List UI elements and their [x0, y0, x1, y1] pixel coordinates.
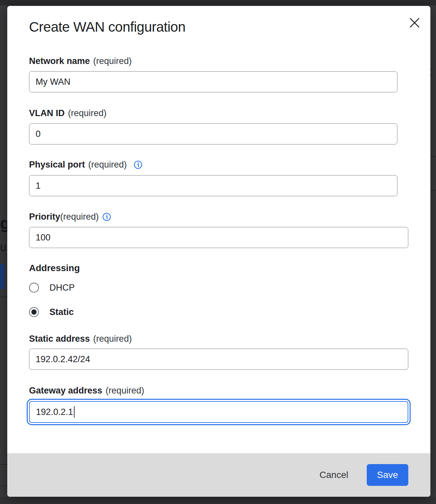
background-button-fragment	[0, 264, 5, 289]
background-divider	[430, 156, 436, 157]
background-divider	[0, 297, 7, 297]
physical-port-label: Physical port (required)	[29, 159, 142, 170]
required-hint: (required)	[93, 334, 132, 344]
input-value: 1	[36, 181, 41, 191]
field-label-text: Network name	[29, 56, 90, 66]
addressing-option-dhcp[interactable]: DHCP	[29, 282, 75, 293]
input-value: 100	[36, 233, 50, 243]
physical-port-input[interactable]: 1	[29, 175, 397, 196]
create-wan-dialog: Create WAN configuration Network name (r…	[7, 6, 430, 497]
field-label-text: Priority	[29, 212, 60, 222]
network-name-input[interactable]: My WAN	[29, 71, 397, 92]
dialog-title: Create WAN configuration	[29, 19, 185, 35]
radio-unselected-icon[interactable]	[29, 283, 39, 293]
vlan-id-label: VLAN ID (required)	[29, 108, 107, 119]
addressing-heading: Addressing	[29, 263, 80, 273]
background-top-bar	[0, 0, 436, 5]
field-label-text: VLAN ID	[29, 108, 65, 118]
required-hint: (required)	[93, 56, 132, 66]
required-hint: (required)	[88, 160, 127, 170]
input-value: 0	[36, 129, 41, 139]
field-label-text: Physical port	[29, 160, 85, 170]
field-label-text: Static address	[29, 334, 90, 344]
required-hint: (required)	[106, 386, 144, 396]
static-address-input[interactable]: 192.0.2.42/24	[29, 349, 408, 370]
priority-input[interactable]: 100	[29, 227, 408, 248]
static-address-label: Static address (required)	[29, 333, 132, 344]
vlan-id-input[interactable]: 0	[29, 123, 397, 144]
radio-option-label[interactable]: DHCP	[49, 283, 75, 293]
save-button[interactable]: Save	[367, 464, 408, 486]
background-text-fragment: u	[0, 240, 7, 254]
field-label-text: Gateway address	[29, 386, 102, 396]
text-cursor	[74, 406, 75, 418]
cancel-button[interactable]: Cancel	[318, 466, 350, 484]
required-hint: (required)	[68, 108, 107, 118]
info-icon[interactable]	[102, 212, 111, 221]
network-name-label: Network name (required)	[29, 55, 132, 67]
radio-selected-icon[interactable]	[29, 307, 39, 317]
gateway-address-input[interactable]: 192.0.2.1	[29, 401, 408, 423]
background-divider	[430, 190, 436, 191]
background-divider	[0, 486, 7, 486]
info-icon[interactable]	[134, 160, 142, 169]
close-button[interactable]	[407, 15, 422, 30]
radio-option-label[interactable]: Static	[49, 307, 74, 317]
background-divider	[0, 464, 7, 465]
gateway-address-label: Gateway address (required)	[29, 385, 144, 396]
input-value: 192.0.2.42/24	[36, 354, 90, 364]
priority-label: Priority (required)	[29, 211, 111, 222]
background-bottom-strip	[0, 497, 436, 504]
dialog-footer: Cancel Save	[7, 453, 430, 497]
addressing-option-static[interactable]: Static	[29, 307, 74, 317]
close-icon	[409, 24, 420, 29]
required-hint: (required)	[60, 212, 99, 222]
input-value: 192.0.2.1	[36, 407, 73, 417]
input-value: My WAN	[36, 77, 70, 87]
